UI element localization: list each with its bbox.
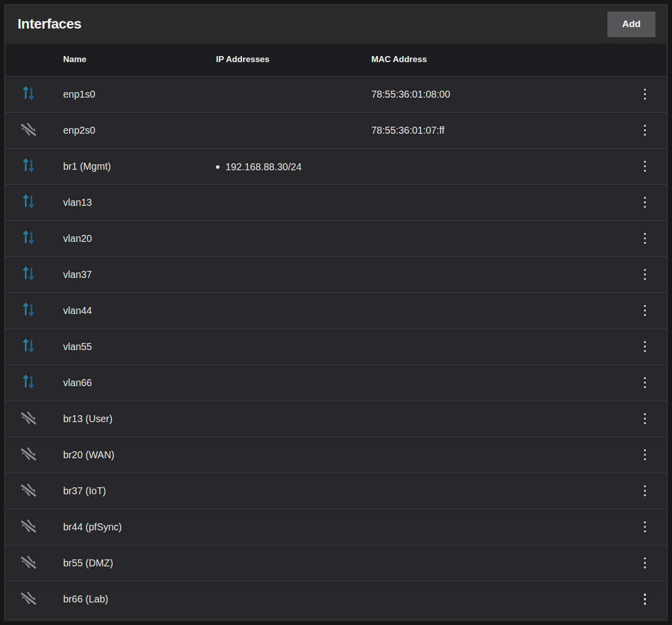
interface-name: br66 (Lab) [63, 593, 108, 604]
kebab-vertical-icon[interactable] [637, 372, 653, 394]
table-row[interactable]: br13 (User) [6, 401, 666, 437]
interface-name: vlan55 [63, 341, 92, 352]
interface-name: enp1s0 [63, 89, 95, 100]
kebab-vertical-icon[interactable] [637, 300, 653, 322]
column-header-actions [623, 44, 666, 76]
up-down-arrows-icon [20, 301, 37, 318]
kebab-vertical-icon[interactable] [637, 120, 653, 141]
mac-address [371, 329, 623, 365]
mac-address [371, 292, 623, 329]
table-row[interactable]: br44 (pfSync) [6, 509, 666, 545]
interfaces-card: Interfaces Add Name IP Addresses MAC Add… [4, 4, 668, 621]
table-row[interactable]: br20 (WAN) [6, 437, 666, 473]
table-row[interactable]: vlan37 [6, 256, 666, 292]
mac-address [371, 220, 623, 256]
kebab-vertical-icon[interactable] [637, 228, 653, 249]
interfaces-table: Name IP Addresses MAC Address [6, 44, 666, 617]
interface-name: vlan13 [63, 197, 92, 208]
ip-address: 192.168.88.30/24 [226, 161, 302, 173]
interface-name: enp2s0 [63, 125, 95, 136]
interface-name: vlan44 [63, 305, 92, 316]
up-down-arrows-icon [20, 337, 37, 354]
kebab-vertical-icon[interactable] [637, 444, 653, 466]
interface-name: vlan37 [63, 269, 92, 280]
up-down-arrows-icon [20, 373, 37, 390]
mac-address [371, 256, 623, 292]
card-header: Interfaces Add [5, 5, 667, 44]
mac-address [371, 365, 623, 401]
mac-address [371, 509, 623, 545]
up-down-arrows-icon [20, 265, 37, 282]
interface-name: br20 (WAN) [63, 449, 114, 460]
interfaces-table-body: enp1s0 78:55:36:01:08:00 [6, 76, 666, 617]
page-title: Interfaces [18, 16, 81, 32]
kebab-vertical-icon[interactable] [637, 192, 653, 213]
column-header-status [6, 44, 63, 76]
mac-address [371, 545, 623, 581]
interface-name: br55 (DMZ) [63, 557, 113, 568]
up-down-arrows-icon [20, 193, 37, 210]
table-row[interactable]: enp2s0 78:55:36:01:07:ff [6, 112, 666, 148]
table-row[interactable]: vlan55 [6, 329, 666, 365]
kebab-vertical-icon[interactable] [637, 336, 653, 358]
column-header-mac: MAC Address [371, 44, 623, 76]
table-row[interactable]: br1 (Mgmt) 192.168.88.30/24 [6, 148, 666, 184]
slashed-arrows-icon [20, 409, 37, 426]
table-header-row: Name IP Addresses MAC Address [6, 44, 666, 76]
table-row[interactable]: vlan20 [6, 220, 666, 256]
kebab-vertical-icon[interactable] [637, 156, 653, 177]
interface-name: br44 (pfSync) [63, 521, 122, 532]
kebab-vertical-icon[interactable] [637, 552, 653, 574]
slashed-arrows-icon [20, 589, 37, 606]
slashed-arrows-icon [20, 121, 37, 138]
interface-name: br13 (User) [63, 413, 113, 424]
table-row[interactable]: br37 (IoT) [6, 473, 666, 509]
mac-address [371, 581, 623, 617]
kebab-vertical-icon[interactable] [637, 264, 653, 285]
table-row[interactable]: vlan66 [6, 365, 666, 401]
mac-address [371, 437, 623, 473]
mac-address [371, 473, 623, 509]
slashed-arrows-icon [20, 481, 37, 498]
interface-name: vlan66 [63, 377, 92, 388]
mac-address: 78:55:36:01:08:00 [371, 76, 623, 112]
kebab-vertical-icon[interactable] [637, 84, 653, 105]
interface-name: br1 (Mgmt) [63, 161, 111, 172]
slashed-arrows-icon [20, 445, 37, 462]
add-button[interactable]: Add [607, 12, 655, 37]
column-header-name: Name [63, 44, 216, 76]
table-row[interactable]: br66 (Lab) [6, 581, 666, 617]
kebab-vertical-icon[interactable] [637, 588, 653, 610]
table-row[interactable]: vlan44 [6, 292, 666, 329]
slashed-arrows-icon [20, 517, 37, 534]
table-row[interactable]: vlan13 [6, 184, 666, 220]
mac-address: 78:55:36:01:07:ff [371, 112, 623, 148]
slashed-arrows-icon [20, 553, 37, 570]
interfaces-table-wrap: Name IP Addresses MAC Address [6, 44, 666, 617]
interface-name: vlan20 [63, 233, 92, 244]
up-down-arrows-icon [20, 229, 37, 246]
mac-address [371, 148, 623, 184]
ip-address-entry: 192.168.88.30/24 [216, 161, 302, 173]
interface-name: br37 (IoT) [63, 485, 106, 496]
kebab-vertical-icon[interactable] [637, 408, 653, 430]
kebab-vertical-icon[interactable] [637, 516, 653, 538]
mac-address [371, 401, 623, 437]
up-down-arrows-icon [20, 157, 37, 174]
column-header-ip: IP Addresses [216, 44, 371, 76]
mac-address [371, 184, 623, 220]
table-row[interactable]: br55 (DMZ) [6, 545, 666, 581]
table-row[interactable]: enp1s0 78:55:36:01:08:00 [6, 76, 666, 112]
kebab-vertical-icon[interactable] [637, 480, 653, 502]
bullet-icon [216, 165, 219, 169]
up-down-arrows-icon [20, 85, 37, 102]
